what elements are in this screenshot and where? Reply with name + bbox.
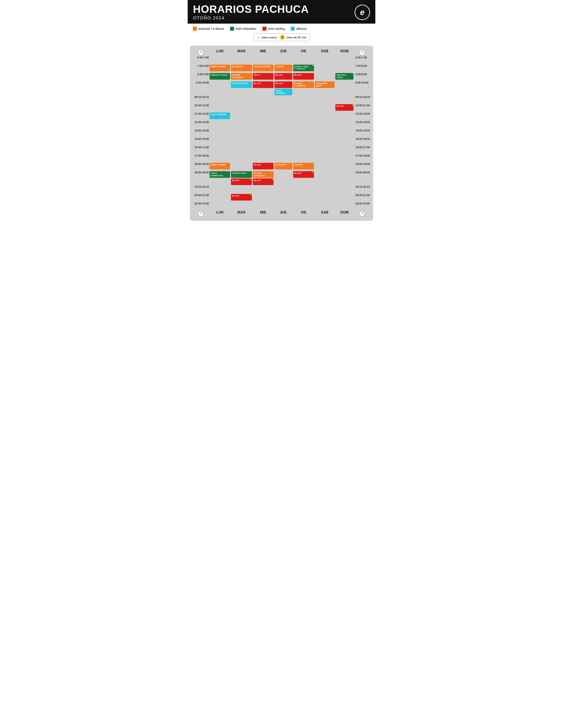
- class-block: AQUA FITNESS: [274, 89, 292, 95]
- time-label-right: 15:00-16:00: [354, 137, 370, 146]
- class-block: BLAST: [253, 81, 273, 88]
- clock-header-left: 🕐: [193, 49, 209, 56]
- class-name: HATHA YOGA: [294, 65, 313, 68]
- cell-MIE-7:00-8:00: TABATA BARRE: [252, 64, 274, 73]
- cell-DOM-20:00-21:00: [335, 194, 354, 202]
- cell-MAR-18:00-19:00: [231, 163, 252, 171]
- cell-DOM-6:00-7:00: [335, 56, 354, 64]
- time-row: 09:15-10:1509:15-10:15: [193, 96, 370, 104]
- time-row: 17:00-18:0017:00-18:00: [193, 154, 370, 163]
- cell-MAR-11:00-12:00: [231, 112, 252, 121]
- footer-lun: LUN: [209, 210, 230, 217]
- cell-SAB-10:00-11:00: [315, 104, 335, 112]
- cell-MAR-19:15-20:15: [231, 185, 252, 194]
- cell-MIE-17:00-18:00: [252, 154, 274, 163]
- page-title: HORARIOS PACHUCA: [193, 4, 309, 15]
- cell-VIE-11:00-12:00: [293, 112, 314, 121]
- legend-enersize: enersize / e-dance: [193, 27, 224, 31]
- cell-JUE-19:15-20:15: [274, 185, 293, 194]
- legend-label-clase90: clase de 90 min: [286, 36, 306, 39]
- class-name: ENER POWER: [211, 65, 229, 68]
- clock-icon-top-right: 🕐: [359, 49, 366, 56]
- cell-SAB-8:00-9:00: [315, 73, 335, 81]
- day-header-mie: MIE: [252, 49, 274, 56]
- time-label-right: 7:00-8:00: [354, 64, 370, 73]
- class-name: BLAST: [337, 105, 352, 107]
- cell-SAB-14:00-15:00: [315, 129, 335, 137]
- class-star-icon: ★: [312, 170, 315, 174]
- page-header: HORARIOS PACHUCA OTOÑO 2024 e: [188, 0, 375, 24]
- legend-clase-90: 90 min clase de 90 min: [280, 35, 306, 40]
- time-label-left: 17:00-18:00: [193, 154, 209, 163]
- class-block: ENER POWER: [209, 163, 230, 169]
- time-row: 16:00-17:0016:00-17:00: [193, 146, 370, 154]
- class-name: VINYASA YOGA: [337, 74, 352, 79]
- class-block: DANCE CALIENTE: [231, 73, 252, 80]
- cell-LUN-6:00-7:00: [209, 56, 230, 64]
- time-label-right: 14:00-15:00: [354, 129, 370, 137]
- cell-JUE-17:00-18:00: [274, 154, 293, 163]
- cell-MIE-9:00-10:00: BLAST: [252, 81, 274, 96]
- cell-VIE-14:00-15:00: [293, 129, 314, 137]
- cell-DOM-18:00-19:00: [335, 163, 354, 171]
- class-block: CRUSHING BEAT: [315, 81, 335, 88]
- class-star-icon: ★: [351, 103, 354, 107]
- time-label-right: 09:15-10:15: [354, 96, 370, 104]
- time-label-right: 8:00-9:00: [354, 73, 370, 81]
- legend-clase-nueva: ★ clase nueva: [257, 35, 276, 39]
- cell-MIE-6:00-7:00: [252, 56, 274, 64]
- cell-LUN-15:00-16:00: [209, 137, 230, 146]
- cell-MAR-9:00-10:00: AQUA FITNESS: [231, 81, 252, 96]
- class-star-icon: ★: [271, 178, 274, 181]
- cell-DOM-19:00-20:00: [335, 171, 354, 185]
- class-name: AQUA FITNESS: [275, 89, 291, 94]
- time-label-left: 13:00-14:00: [193, 121, 209, 129]
- class-name: BLAST: [232, 195, 250, 197]
- cell-JUE-18:00-19:00: E-TABATA: [274, 163, 293, 171]
- class-block: YOGA KUNDALINI: [209, 171, 230, 178]
- footer-vie: VIE: [293, 210, 314, 217]
- cell-VIE-13:00-14:00: [293, 121, 314, 129]
- time-label-left: 7:00-8:00: [193, 64, 209, 73]
- cell-MAR-13:00-14:00: [231, 121, 252, 129]
- cell-JUE-09:15-10:15: [274, 96, 293, 104]
- cell-SAB-15:00-16:00: [315, 137, 335, 146]
- cell-JUE-13:00-14:00: [274, 121, 293, 129]
- cell-MAR-09:15-10:15: [231, 96, 252, 104]
- cell-VIE-19:15-20:15: [293, 185, 314, 194]
- cell-MAR-22:00-23:00: [231, 202, 252, 210]
- class-block: BLAST: [293, 73, 314, 80]
- cell-JUE-6:00-7:00: [274, 56, 293, 64]
- day-header-vie: VIE: [293, 49, 314, 56]
- cell-JUE-19:00-20:00: [274, 171, 293, 185]
- cell-VIE-17:00-18:00: [293, 154, 314, 163]
- class-name: DANCE CALIENTE: [294, 82, 313, 87]
- cell-DOM-11:00-12:00: [335, 112, 354, 121]
- cell-VIE-22:00-23:00: [293, 202, 314, 210]
- cell-JUE-14:00-15:00: [274, 129, 293, 137]
- class-name: HATHA YOGA: [232, 172, 250, 174]
- cell-SAB-20:00-21:00: [315, 194, 335, 202]
- class-name: YOGA KUNDALINI: [211, 172, 229, 177]
- cell-JUE-20:00-21:00: [274, 194, 293, 202]
- cell-DOM-19:15-20:15: [335, 185, 354, 194]
- cell-MAR-17:00-18:00: [231, 154, 252, 163]
- time-label-right: 18:00-19:00: [354, 163, 370, 171]
- time-label-right: 13:00-14:00: [354, 121, 370, 129]
- class-block: BLAST★: [231, 194, 252, 201]
- time-label-right: 11:00-12:00: [354, 112, 370, 121]
- class-name: BLAST: [275, 74, 291, 76]
- day-header-sab: SAB: [315, 49, 335, 56]
- cell-MIE-19:15-20:15: [252, 185, 274, 194]
- time-label-left: 19:00-20:00: [193, 171, 209, 185]
- legend-label-enerrelaxation: ener-relaxation: [235, 27, 256, 30]
- clock-icon-bottom: 🕐: [197, 210, 204, 217]
- class-subtitle: E TUMBLING: [294, 68, 313, 70]
- cell-LUN-14:00-15:00: [209, 129, 230, 137]
- time-label-left: 6:00-7:00: [193, 56, 209, 64]
- cell-SAB-13:00-14:00: [315, 121, 335, 129]
- clock-header-right: 🕐: [354, 49, 370, 56]
- cell-JUE-7:00-8:00: TAE-BO: [274, 64, 293, 73]
- time-label-left: 8:00-9:00: [193, 73, 209, 81]
- cell-SAB-19:00-20:00: [315, 171, 335, 185]
